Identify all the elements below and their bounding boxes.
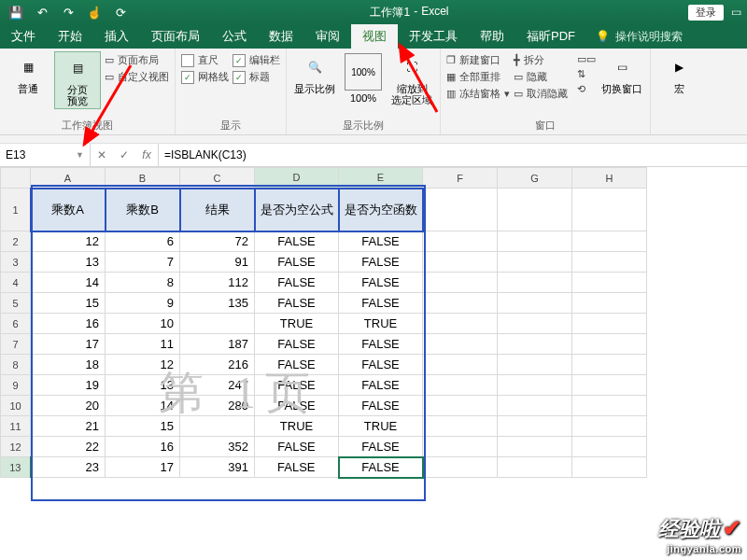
row-header[interactable]: 11 (1, 416, 31, 437)
cell[interactable]: FALSE (339, 375, 423, 396)
ribbon-display-icon[interactable]: ▭ (731, 6, 741, 19)
cell[interactable]: 17 (106, 457, 180, 478)
cell[interactable] (572, 416, 647, 437)
cell[interactable]: 8 (106, 273, 180, 293)
cell[interactable] (423, 252, 498, 273)
cell[interactable] (498, 375, 572, 396)
row-header[interactable]: 7 (1, 334, 31, 355)
cell[interactable]: 72 (180, 231, 255, 252)
side-by-side-icon[interactable]: ▭▭ (577, 53, 596, 65)
cell[interactable] (572, 437, 647, 457)
page-layout-button[interactable]: ▭页面布局 (105, 53, 169, 67)
zoom-selection-button[interactable]: ⛶缩放到 选定区域 (389, 51, 434, 107)
cell[interactable]: FALSE (339, 355, 423, 375)
tab-foxit-pdf[interactable]: 福昕PDF (515, 24, 586, 49)
cell[interactable]: 216 (180, 355, 255, 375)
cell[interactable]: 91 (180, 252, 255, 273)
cell[interactable]: TRUE (255, 314, 339, 334)
row-header[interactable]: 4 (1, 273, 31, 293)
cell[interactable]: 14 (31, 273, 106, 293)
cell[interactable]: TRUE (339, 416, 423, 437)
zoom-button[interactable]: 🔍显示比例 (292, 51, 337, 96)
cell[interactable]: 23 (31, 457, 106, 478)
cell[interactable] (423, 231, 498, 252)
cell[interactable] (498, 437, 572, 457)
cell[interactable] (423, 437, 498, 457)
tab-home[interactable]: 开始 (47, 24, 93, 49)
tab-formulas[interactable]: 公式 (211, 24, 258, 49)
cell[interactable]: FALSE (339, 252, 423, 273)
cell[interactable] (572, 314, 647, 334)
cell[interactable]: FALSE (339, 231, 423, 252)
tab-help[interactable]: 帮助 (469, 24, 515, 49)
cell[interactable]: FALSE (255, 252, 339, 273)
cell[interactable]: 13 (106, 375, 180, 396)
tab-review[interactable]: 审阅 (304, 24, 351, 49)
cell[interactable]: 17 (31, 334, 106, 355)
cell[interactable]: 187 (180, 334, 255, 355)
redo-icon[interactable]: ↷ (58, 2, 78, 22)
touch-mode-icon[interactable]: ☝ (84, 2, 105, 22)
column-header[interactable]: D (255, 168, 339, 189)
cell[interactable]: 13 (31, 252, 106, 273)
row-header[interactable]: 1 (1, 189, 31, 231)
column-header[interactable]: G (498, 168, 572, 189)
cell[interactable]: 19 (31, 375, 106, 396)
cell[interactable] (423, 416, 498, 437)
header-cell[interactable]: 是否为空函数 (339, 189, 423, 231)
tab-file[interactable]: 文件 (0, 24, 47, 49)
cell[interactable] (572, 457, 647, 478)
fx-icon[interactable]: fx (135, 148, 158, 161)
cell[interactable] (423, 375, 498, 396)
row-header[interactable]: 8 (1, 355, 31, 375)
sync-scroll-icon[interactable]: ⇅ (577, 68, 596, 80)
cell[interactable]: 135 (180, 293, 255, 314)
cell[interactable]: FALSE (339, 293, 423, 314)
column-header[interactable]: C (180, 168, 255, 189)
formula-input[interactable]: =ISBLANK(C13) (159, 144, 747, 166)
header-cell[interactable]: 结果 (180, 189, 255, 231)
header-cell[interactable]: 是否为空公式 (255, 189, 339, 231)
enter-icon[interactable]: ✓ (113, 148, 135, 161)
tab-data[interactable]: 数据 (258, 24, 304, 49)
cancel-icon[interactable]: ✕ (91, 148, 113, 161)
cell[interactable]: FALSE (339, 457, 423, 478)
row-header[interactable]: 10 (1, 396, 31, 416)
cell[interactable]: 280 (180, 396, 255, 416)
ruler-checkbox[interactable]: 直尺 (181, 53, 229, 67)
cell[interactable]: 16 (106, 437, 180, 457)
row-header[interactable]: 12 (1, 437, 31, 457)
cell[interactable] (423, 314, 498, 334)
cell[interactable] (498, 416, 572, 437)
header-cell[interactable]: 乘数A (31, 189, 106, 231)
new-window-button[interactable]: ❐新建窗口 (446, 53, 510, 67)
cell[interactable]: 391 (180, 457, 255, 478)
cell[interactable]: FALSE (339, 396, 423, 416)
undo-icon[interactable]: ↶ (32, 2, 52, 22)
cell[interactable] (572, 231, 647, 252)
column-header[interactable]: A (31, 168, 106, 189)
name-box[interactable]: E13 ▼ (0, 144, 91, 166)
cell[interactable] (423, 457, 498, 478)
split-button[interactable]: ╋拆分 (514, 53, 568, 67)
cell[interactable]: FALSE (255, 437, 339, 457)
cell[interactable]: TRUE (255, 416, 339, 437)
tell-me[interactable]: 💡 操作说明搜索 (586, 24, 692, 49)
cell[interactable] (423, 334, 498, 355)
cell[interactable]: 11 (106, 334, 180, 355)
row-header[interactable]: 5 (1, 293, 31, 314)
login-button[interactable]: 登录 (688, 5, 724, 21)
cell[interactable] (423, 273, 498, 293)
formula-bar-checkbox[interactable]: ✓编辑栏 (233, 53, 280, 67)
normal-view-button[interactable]: ▦ 普通 (6, 51, 50, 96)
cell[interactable] (498, 314, 572, 334)
cell[interactable]: TRUE (339, 314, 423, 334)
cell[interactable]: FALSE (255, 293, 339, 314)
tab-developer[interactable]: 开发工具 (398, 24, 469, 49)
cell[interactable] (572, 355, 647, 375)
row-header[interactable]: 9 (1, 375, 31, 396)
cell[interactable]: 352 (180, 437, 255, 457)
cell[interactable]: 14 (106, 396, 180, 416)
row-header[interactable]: 2 (1, 231, 31, 252)
cell[interactable]: 22 (31, 437, 106, 457)
